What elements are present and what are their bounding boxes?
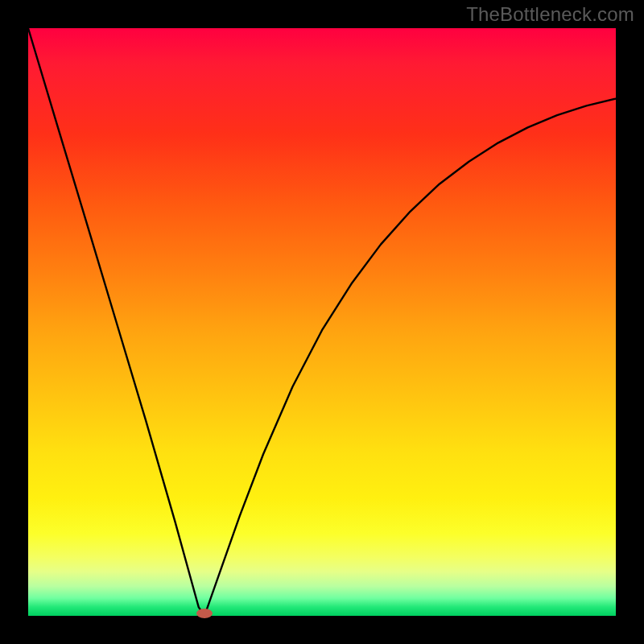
watermark-label: TheBottleneck.com <box>466 3 634 26</box>
curve-left-branch <box>28 28 204 616</box>
chart-frame: TheBottleneck.com <box>0 0 644 644</box>
minimum-marker <box>196 609 213 618</box>
curve-right-branch <box>204 99 616 616</box>
chart-svg <box>28 28 616 616</box>
curve-group <box>28 28 616 618</box>
